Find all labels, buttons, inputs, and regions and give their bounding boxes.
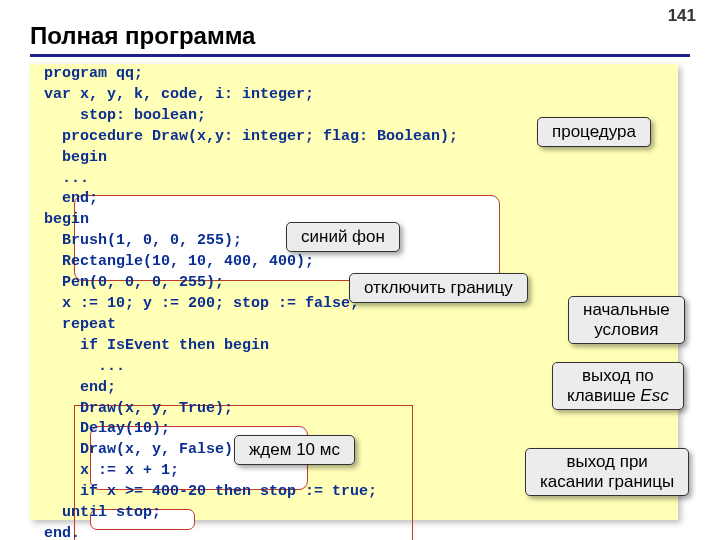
- code-line: end.: [30, 524, 678, 540]
- code-line: Rectangle(10, 10, 400, 400);: [30, 252, 678, 273]
- code-line: begin: [30, 148, 678, 169]
- title-underline: [30, 54, 690, 57]
- callout-procedure: процедура: [537, 117, 651, 147]
- callout-line: касании границы: [540, 472, 674, 492]
- page-title: Полная программа: [30, 22, 255, 50]
- callout-initial-conditions: начальные условия: [568, 296, 685, 344]
- callout-line: выход при: [566, 452, 647, 472]
- callout-blue-bg: синий фон: [286, 222, 400, 252]
- code-line: var x, y, k, code, i: integer;: [30, 85, 678, 106]
- code-line: end;: [30, 189, 678, 210]
- page-number: 141: [668, 6, 696, 26]
- callout-line: выход по: [582, 366, 654, 386]
- callout-disable-border: отключить границу: [349, 273, 528, 303]
- code-line: ...: [30, 169, 678, 190]
- callout-exit-touch-border: выход при касании границы: [525, 448, 689, 496]
- callout-line: начальные: [583, 300, 670, 320]
- callout-exit-esc: выход по клавише Esc: [552, 362, 684, 410]
- code-line: program qq;: [30, 64, 678, 85]
- callout-line: клавише Esc: [567, 386, 669, 406]
- callout-wait-10ms: ждем 10 мс: [234, 435, 355, 465]
- callout-line: условия: [594, 320, 658, 340]
- code-line: until stop;: [30, 503, 678, 524]
